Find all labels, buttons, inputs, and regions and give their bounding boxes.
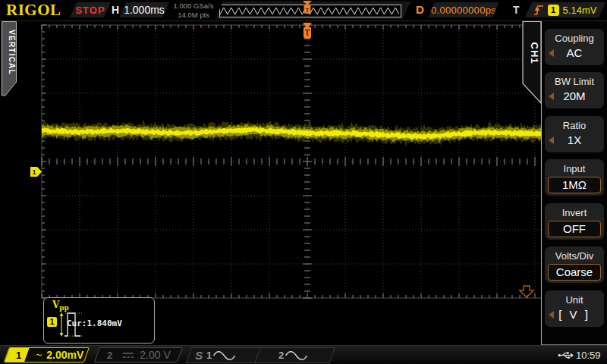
menu-item-label: Volts/Div — [545, 250, 604, 262]
ch1-bw-limit-icon: B — [88, 350, 90, 360]
vpp-pulse-icon — [56, 308, 88, 341]
sample-rate: 1.000 GSa/s — [172, 2, 215, 11]
measurement-box: Vpp Cur:1.840mV Avg:1.910mV Min:1.600mV … — [43, 297, 155, 344]
bottom-status-bar: 1 ~ 2.00mV B 2 2.00 V S 1 2 — [0, 345, 607, 364]
channel2-number: 2 — [107, 350, 112, 361]
clock: 10:59 — [576, 350, 601, 361]
source1-number[interactable]: 1 — [206, 350, 212, 361]
channel1-trace — [42, 119, 541, 148]
menu-item-input[interactable]: Input 1MΩ — [545, 159, 604, 196]
oscilloscope-screen: RIGOL STOP H 1.000ms 1.000 GSa/s 14.0M p… — [0, 0, 607, 364]
trigger-level-value: 5.14mV — [563, 5, 597, 16]
run-state-badge: STOP — [70, 2, 111, 17]
delay-label: D — [416, 3, 424, 16]
memory-trigger-position-icon[interactable]: T — [302, 0, 313, 14]
menu-item-value: Coarse — [556, 265, 593, 278]
menu-item-label: BW Limit — [545, 76, 604, 87]
waveform-display: T 1 — [0, 21, 541, 345]
trigger-edge-icon — [534, 5, 544, 16]
menu-item-label: Coupling — [545, 33, 604, 44]
menu-item-ratio[interactable]: Ratio 1X — [545, 116, 604, 152]
memory-position-bar — [215, 2, 410, 19]
channel2-indicator[interactable]: 2 2.00 V — [94, 347, 183, 362]
menu-item-label: Input — [545, 163, 604, 174]
menu-item-value: [ V ] — [558, 308, 590, 321]
menu-item-value: 1MΩ — [562, 178, 587, 191]
ch1-ac-coupling-icon: ~ — [36, 349, 42, 361]
menu-item-value-box: 1MΩ — [548, 177, 601, 193]
menu-item-value: 1X — [568, 133, 581, 146]
menu-item-unit[interactable]: Unit [ V ] — [545, 290, 604, 327]
timebase-value: 1.000ms — [124, 4, 165, 16]
channel1-ground-marker[interactable]: 1 — [30, 167, 42, 177]
menu-item-label: Ratio — [545, 120, 604, 131]
timebase-badge: 1.000ms — [119, 2, 169, 17]
menu-item-value-box: Coarse — [548, 264, 601, 281]
channel1-number-badge: 1 — [5, 348, 30, 362]
acquisition-info: 1.000 GSa/s 14.0M pts — [172, 2, 215, 19]
source2-sine-icon[interactable] — [285, 350, 309, 361]
svg-text:T: T — [305, 29, 310, 37]
horizontal-label: H — [112, 4, 119, 16]
menu-item-value: AC — [567, 46, 583, 59]
source-divider — [255, 347, 262, 363]
svg-text:T: T — [306, 7, 310, 14]
source2-number[interactable]: 2 — [278, 350, 284, 361]
svg-text:1: 1 — [32, 168, 36, 176]
menu-item-label: Invert — [545, 207, 604, 218]
top-status-bar: RIGOL STOP H 1.000ms 1.000 GSa/s 14.0M p… — [0, 0, 607, 21]
menu-item-value: OFF — [563, 222, 586, 235]
menu-item-value-box: OFF — [548, 221, 601, 237]
ch1-scale-value: 2.00mV — [46, 349, 83, 361]
source1-sine-icon[interactable] — [212, 350, 237, 361]
menu-item-coupling[interactable]: Coupling AC — [545, 29, 604, 65]
source-panel: S 1 2 — [185, 347, 335, 363]
menu-item-label: Unit — [545, 294, 604, 306]
trigger-level-offscreen-arrow-icon — [520, 286, 533, 297]
menu-item-bw-limit[interactable]: BW Limit 20M — [545, 72, 604, 108]
ch1-menu-panel: Coupling AC BW Limit 20M Ratio 1X Input … — [541, 21, 607, 345]
trigger-source-badge: 1 — [548, 5, 559, 16]
channel1-indicator[interactable]: 1 ~ 2.00mV B — [4, 347, 90, 362]
run-state-label: STOP — [75, 5, 105, 16]
ch1-menu-tab[interactable]: CH1 — [521, 21, 542, 106]
trigger-label: T — [513, 4, 520, 16]
menu-item-volts-div[interactable]: Volts/Div Coarse — [545, 246, 604, 283]
delay-badge: 0.00000000ps — [428, 2, 499, 17]
menu-item-invert[interactable]: Invert OFF — [545, 203, 604, 240]
svg-text:CH1: CH1 — [529, 42, 540, 64]
usb-icon — [558, 350, 574, 360]
left-arrow-icon — [549, 93, 554, 100]
vertical-menu-tab[interactable]: VERTICAL — [0, 21, 20, 99]
ch2-scale-value: 2.00 V — [140, 349, 171, 361]
left-arrow-icon — [549, 49, 554, 57]
trigger-badge: 1 5.14mV — [525, 2, 605, 17]
left-arrow-icon — [549, 136, 554, 144]
graticule — [42, 25, 541, 298]
source-label: S — [195, 349, 203, 362]
ch2-dc-coupling-icon — [122, 352, 134, 359]
svg-text:VERTICAL: VERTICAL — [8, 30, 16, 75]
delay-value: 0.00000000ps — [431, 5, 496, 16]
left-arrow-icon — [549, 311, 554, 318]
memory-depth: 14.0M pts — [172, 11, 215, 20]
menu-item-value: 20M — [563, 89, 585, 102]
rigol-logo: RIGOL — [6, 1, 61, 20]
